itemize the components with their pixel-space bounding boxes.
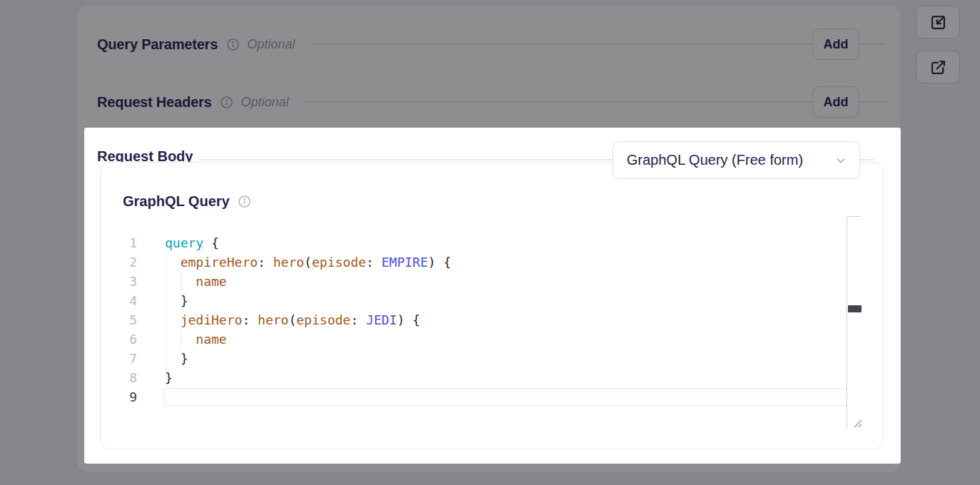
code-token-punct bbox=[165, 255, 181, 270]
external-link-button[interactable] bbox=[916, 51, 960, 83]
editor-label-row: GraphQL Query bbox=[123, 193, 251, 210]
code-line: query { bbox=[165, 233, 451, 252]
code-token-name: name bbox=[196, 332, 226, 347]
editor-scrollbar-thumb[interactable] bbox=[848, 305, 862, 312]
section-query-parameters: Query Parameters Optional Add bbox=[97, 27, 885, 61]
line-number: 3 bbox=[101, 272, 137, 291]
code-token-punct: } bbox=[165, 370, 173, 385]
edit-square-icon bbox=[929, 13, 948, 32]
code-token-punct: : bbox=[366, 255, 382, 270]
line-number: 8 bbox=[101, 368, 137, 387]
line-number: 7 bbox=[101, 349, 137, 368]
info-icon[interactable] bbox=[220, 96, 233, 109]
code-token-enum: JEDI bbox=[366, 312, 397, 327]
code-token-punct: ) { bbox=[397, 312, 420, 327]
divider bbox=[859, 44, 885, 45]
optional-label: Optional bbox=[241, 95, 288, 110]
code-token-name: hero bbox=[258, 312, 288, 327]
code-token-name: name bbox=[196, 274, 226, 289]
external-link-icon bbox=[929, 58, 948, 77]
graphql-body-panel: GraphQL Query 123456789 query { empireHe… bbox=[100, 162, 884, 449]
divider bbox=[859, 101, 885, 103]
add-request-header-button[interactable]: Add bbox=[812, 86, 859, 118]
info-icon[interactable] bbox=[238, 195, 251, 208]
code-token-name: empireHero bbox=[181, 255, 258, 270]
code-token-name: hero bbox=[273, 255, 304, 270]
line-number: 1 bbox=[101, 233, 137, 252]
editor-gutter: 123456789 bbox=[101, 233, 137, 407]
section-request-headers: Request Headers Optional Add bbox=[97, 85, 885, 119]
request-config-card: Query Parameters Optional Add Request He… bbox=[77, 6, 900, 472]
add-query-parameter-button[interactable]: Add bbox=[812, 29, 859, 60]
body-type-select[interactable]: GraphQL Query (Free form) bbox=[612, 141, 860, 179]
edit-square-button[interactable] bbox=[916, 6, 960, 39]
optional-label: Optional bbox=[247, 37, 295, 52]
code-token-punct bbox=[165, 332, 196, 347]
query-parameters-title: Query Parameters bbox=[97, 36, 218, 53]
graphql-query-code-editor[interactable]: query { empireHero: hero(episode: EMPIRE… bbox=[165, 233, 451, 407]
code-token-punct: ( bbox=[288, 312, 296, 327]
code-line: name bbox=[165, 272, 451, 291]
code-token-keyword: query bbox=[165, 235, 203, 250]
line-number: 4 bbox=[101, 291, 137, 310]
request-headers-title: Request Headers bbox=[97, 94, 211, 111]
editor-scrollbar-track[interactable] bbox=[847, 216, 862, 429]
code-line: } bbox=[165, 349, 451, 368]
code-token-punct: : bbox=[350, 312, 366, 327]
divider bbox=[312, 44, 812, 45]
code-line: } bbox=[165, 368, 451, 387]
page: Query Parameters Optional Add Request He… bbox=[0, 0, 980, 485]
code-token-punct: { bbox=[203, 235, 219, 250]
code-token-punct: } bbox=[165, 351, 188, 366]
code-token-punct: : bbox=[242, 312, 258, 327]
line-number: 2 bbox=[101, 252, 137, 272]
code-token-name: episode bbox=[312, 255, 366, 270]
code-line: jediHero: hero(episode: JEDI) { bbox=[165, 310, 451, 330]
code-token-punct bbox=[165, 274, 196, 289]
code-token-punct: ( bbox=[304, 255, 312, 270]
code-token-enum: EMPIRE bbox=[382, 255, 428, 270]
code-token-name: jediHero bbox=[181, 312, 243, 327]
code-token-punct bbox=[165, 312, 181, 327]
code-line bbox=[165, 387, 451, 407]
graphql-query-label: GraphQL Query bbox=[123, 193, 230, 210]
code-line: empireHero: hero(episode: EMPIRE) { bbox=[165, 252, 451, 272]
body-type-selected-value: GraphQL Query (Free form) bbox=[627, 152, 803, 168]
divider bbox=[305, 101, 812, 103]
code-token-punct: : bbox=[258, 255, 273, 270]
line-number: 5 bbox=[101, 310, 137, 330]
line-number: 6 bbox=[101, 330, 137, 349]
code-token-punct: } bbox=[165, 293, 188, 308]
line-number: 9 bbox=[101, 387, 137, 407]
resize-handle-icon[interactable] bbox=[852, 417, 863, 429]
code-line: } bbox=[165, 291, 451, 310]
code-token-name: episode bbox=[296, 312, 350, 327]
chevron-down-icon bbox=[834, 153, 848, 168]
code-line: name bbox=[165, 330, 451, 349]
info-icon[interactable] bbox=[226, 38, 240, 51]
code-token-punct: ) { bbox=[428, 255, 452, 270]
